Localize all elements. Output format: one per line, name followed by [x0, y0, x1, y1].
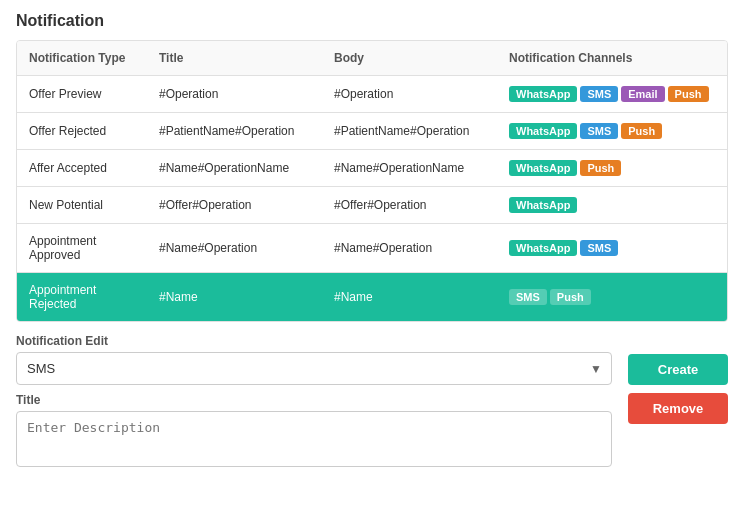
channel-badge-whatsapp: WhatsApp	[509, 197, 577, 213]
cell-type: Appointment Rejected	[17, 273, 147, 322]
cell-body: #Name#OperationName	[322, 150, 497, 187]
table-row[interactable]: Offer Preview#Operation#OperationWhatsAp…	[17, 76, 727, 113]
table-header-row: Notification Type Title Body Notificatio…	[17, 41, 727, 76]
cell-title: #Name#Operation	[147, 224, 322, 273]
cell-type: New Potential	[17, 187, 147, 224]
description-textarea[interactable]	[16, 411, 612, 467]
cell-channels: WhatsAppPush	[497, 150, 727, 187]
channel-badge-push: Push	[580, 160, 621, 176]
channel-badge-whatsapp: WhatsApp	[509, 160, 577, 176]
select-wrapper: SMS WhatsApp Email Push ▼	[16, 352, 612, 385]
cell-channels: WhatsAppSMS	[497, 224, 727, 273]
channel-select[interactable]: SMS WhatsApp Email Push	[16, 352, 612, 385]
cell-body: #Name#Operation	[322, 224, 497, 273]
create-button[interactable]: Create	[628, 354, 728, 385]
cell-body: #Name	[322, 273, 497, 322]
notification-table-wrapper: Notification Type Title Body Notificatio…	[16, 40, 728, 322]
bottom-section: Notification Edit SMS WhatsApp Email Pus…	[16, 334, 728, 470]
col-header-type: Notification Type	[17, 41, 147, 76]
cell-title: #Name	[147, 273, 322, 322]
table-row[interactable]: Appointment Approved#Name#Operation#Name…	[17, 224, 727, 273]
cell-body: #Operation	[322, 76, 497, 113]
col-header-channels: Notification Channels	[497, 41, 727, 76]
cell-type: Appointment Approved	[17, 224, 147, 273]
notification-table: Notification Type Title Body Notificatio…	[17, 41, 727, 321]
button-section: Create Remove	[628, 334, 728, 470]
channel-badge-whatsapp: WhatsApp	[509, 123, 577, 139]
channel-badge-sms: SMS	[509, 289, 547, 305]
form-section: Notification Edit SMS WhatsApp Email Pus…	[16, 334, 612, 470]
col-header-title: Title	[147, 41, 322, 76]
cell-title: #Offer#Operation	[147, 187, 322, 224]
col-header-body: Body	[322, 41, 497, 76]
table-row[interactable]: Offer Rejected#PatientName#Operation#Pat…	[17, 113, 727, 150]
cell-title: #Name#OperationName	[147, 150, 322, 187]
channel-badge-push: Push	[550, 289, 591, 305]
page-title: Notification	[16, 12, 728, 30]
cell-type: Offer Preview	[17, 76, 147, 113]
table-row[interactable]: Appointment Rejected#Name#NameSMSPush	[17, 273, 727, 322]
channel-badge-whatsapp: WhatsApp	[509, 86, 577, 102]
cell-channels: SMSPush	[497, 273, 727, 322]
cell-channels: WhatsApp	[497, 187, 727, 224]
cell-type: Offer Rejected	[17, 113, 147, 150]
channel-badge-push: Push	[621, 123, 662, 139]
channel-badge-email: Email	[621, 86, 664, 102]
cell-body: #Offer#Operation	[322, 187, 497, 224]
channel-badge-sms: SMS	[580, 240, 618, 256]
cell-body: #PatientName#Operation	[322, 113, 497, 150]
title-label: Title	[16, 393, 612, 407]
cell-type: Affer Accepted	[17, 150, 147, 187]
cell-title: #Operation	[147, 76, 322, 113]
channel-badge-sms: SMS	[580, 86, 618, 102]
table-row[interactable]: New Potential#Offer#Operation#Offer#Oper…	[17, 187, 727, 224]
cell-channels: WhatsAppSMSPush	[497, 113, 727, 150]
notification-edit-label: Notification Edit	[16, 334, 612, 348]
cell-channels: WhatsAppSMSEmailPush	[497, 76, 727, 113]
cell-title: #PatientName#Operation	[147, 113, 322, 150]
channel-badge-sms: SMS	[580, 123, 618, 139]
table-row[interactable]: Affer Accepted#Name#OperationName#Name#O…	[17, 150, 727, 187]
channel-badge-push: Push	[668, 86, 709, 102]
remove-button[interactable]: Remove	[628, 393, 728, 424]
page-container: Notification Notification Type Title Bod…	[0, 0, 744, 482]
channel-badge-whatsapp: WhatsApp	[509, 240, 577, 256]
